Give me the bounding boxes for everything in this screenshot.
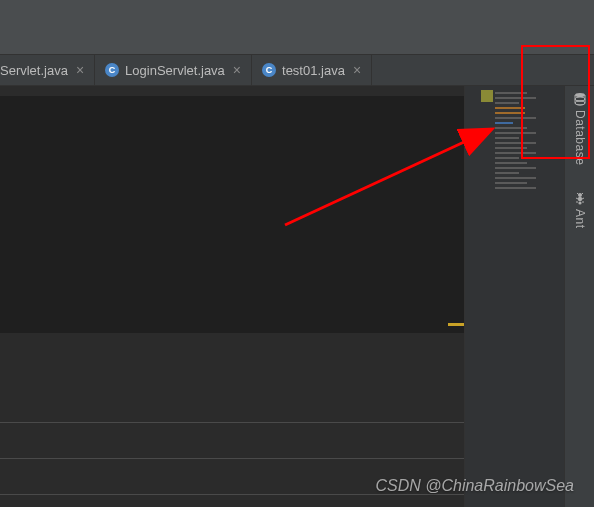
svg-point-5 — [578, 202, 581, 205]
class-icon: C — [105, 63, 119, 77]
svg-point-3 — [578, 193, 582, 197]
gutter-marker — [448, 323, 464, 326]
svg-point-2 — [575, 101, 585, 105]
watermark: CSDN @ChinaRainbowSea — [375, 477, 574, 495]
panel-divider — [0, 458, 464, 459]
svg-line-7 — [581, 193, 583, 195]
svg-point-4 — [577, 197, 581, 201]
tab-servlet[interactable]: Servlet.java × — [0, 55, 95, 85]
close-icon[interactable]: × — [351, 63, 363, 77]
main-area: Database Ant — [0, 86, 594, 507]
editor[interactable] — [0, 86, 465, 507]
minimap-lines — [495, 92, 554, 192]
close-icon[interactable]: × — [74, 63, 86, 77]
tab-loginservlet[interactable]: C LoginServlet.java × — [95, 55, 252, 85]
tab-label: Servlet.java — [0, 63, 68, 78]
editor-tabs: Servlet.java × C LoginServlet.java × C t… — [0, 55, 594, 86]
svg-line-6 — [577, 193, 579, 195]
svg-point-1 — [575, 97, 585, 101]
tab-label: test01.java — [282, 63, 345, 78]
database-tool[interactable]: Database — [573, 92, 587, 165]
tool-label: Ant — [573, 209, 587, 229]
class-icon: C — [262, 63, 276, 77]
minimap[interactable] — [465, 86, 565, 507]
tab-label: LoginServlet.java — [125, 63, 225, 78]
database-icon — [573, 92, 587, 106]
ant-tool[interactable]: Ant — [573, 191, 587, 229]
tool-label: Database — [573, 110, 587, 165]
svg-point-0 — [575, 93, 585, 97]
panel-divider — [0, 422, 464, 423]
tab-test01[interactable]: C test01.java × — [252, 55, 372, 85]
close-icon[interactable]: × — [231, 63, 243, 77]
title-bar — [0, 0, 594, 55]
right-toolbar: Database Ant — [565, 86, 594, 507]
ant-icon — [573, 191, 587, 205]
svg-line-8 — [576, 198, 578, 199]
svg-line-9 — [582, 198, 584, 199]
inspection-indicator[interactable] — [481, 90, 493, 102]
editor-content — [0, 96, 464, 333]
